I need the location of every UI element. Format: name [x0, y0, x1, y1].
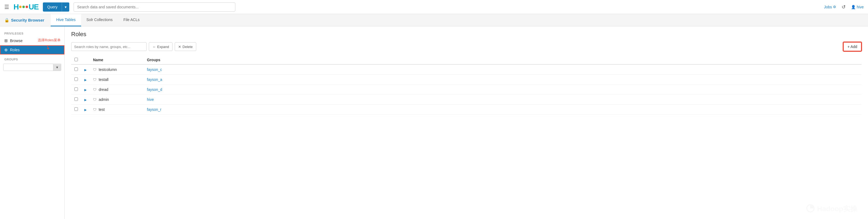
query-button-label[interactable]: Query [43, 2, 62, 11]
nav-right: Jobs ⚙ ↺ 👤 hive [824, 4, 864, 10]
page-title: Roles [71, 31, 862, 38]
user-icon: 👤 [851, 5, 856, 9]
main-area: PRIVILEGES ⊞ Browse 选择Roles菜单 ➘ ⊕ Roles … [0, 26, 868, 219]
sub-nav: 🔒 Security Browser Hive Tables Solr Coll… [0, 14, 868, 26]
roles-label: Roles [10, 48, 20, 52]
tab-hive-tables[interactable]: Hive Tables [51, 14, 81, 26]
delete-button[interactable]: ✕ Delete [175, 42, 196, 51]
role-name-3: admin [99, 97, 109, 102]
jobs-filter-icon: ⚙ [833, 5, 836, 9]
browse-icon: ⊞ [4, 38, 8, 43]
row-checkbox-0[interactable] [74, 67, 78, 71]
add-button[interactable]: + Add [843, 42, 862, 51]
expand-col-header [81, 56, 90, 64]
security-browser-link[interactable]: 🔒 Security Browser [4, 18, 51, 23]
row-expand-arrow-2[interactable]: ▶ [84, 88, 87, 91]
query-button[interactable]: Query ▾ [43, 2, 69, 11]
row-expand-cell: ▶ [81, 95, 90, 105]
row-checkbox-4[interactable] [74, 107, 78, 111]
name-column-header: Name [90, 56, 144, 64]
content-area: Roles ↔ Expand ✕ Delete + Add [65, 26, 868, 219]
groups-dropdown[interactable]: ▼ [3, 64, 61, 71]
user-menu[interactable]: 👤 hive [851, 5, 864, 9]
delete-label: Delete [183, 45, 193, 49]
sidebar-item-browse[interactable]: ⊞ Browse [0, 36, 64, 45]
group-link-4[interactable]: fayson_r [147, 107, 161, 112]
select-all-header [71, 56, 81, 64]
row-expand-arrow-4[interactable]: ▶ [84, 108, 87, 112]
logo-dot3 [26, 6, 28, 8]
sidebar-item-roles[interactable]: ⊕ Roles [0, 45, 64, 55]
group-link-2[interactable]: fayson_d [147, 87, 162, 92]
history-icon[interactable]: ↺ [842, 4, 846, 10]
row-groups-cell: fayson_c [144, 64, 862, 75]
row-expand-cell: ▶ [81, 64, 90, 75]
row-checkbox-cell [71, 95, 81, 105]
role-name-0: testcolumn [99, 67, 117, 72]
row-expand-cell: ▶ [81, 75, 90, 85]
role-icon-1: 🛡 [93, 78, 96, 82]
roles-icon: ⊕ [4, 48, 8, 52]
expand-label: Expand [157, 45, 169, 49]
row-expand-arrow-0[interactable]: ▶ [84, 68, 87, 71]
row-name-cell: 🛡 testcolumn [90, 64, 144, 75]
row-checkbox-1[interactable] [74, 77, 78, 81]
row-groups-cell: fayson_a [144, 75, 862, 85]
add-label: + Add [847, 44, 857, 49]
row-name-cell: 🛡 admin [90, 95, 144, 105]
row-expand-arrow-3[interactable]: ▶ [84, 98, 87, 101]
lock-icon: 🔒 [4, 18, 9, 23]
row-checkbox-cell [71, 85, 81, 95]
tab-solr-collections[interactable]: Solr Collections [81, 14, 118, 26]
role-name-1: testall [99, 77, 108, 82]
role-icon-4: 🛡 [93, 107, 96, 112]
row-checkbox-cell [71, 75, 81, 85]
jobs-button[interactable]: Jobs ⚙ [824, 5, 836, 9]
browse-label: Browse [10, 38, 23, 43]
global-search-input[interactable] [73, 2, 235, 11]
role-icon-0: 🛡 [93, 68, 96, 72]
row-expand-cell: ▶ [81, 85, 90, 95]
table-row: ▶ 🛡 testall fayson_a [71, 75, 862, 85]
logo: H UE [13, 3, 38, 11]
role-name-2: dread [99, 87, 108, 92]
row-checkbox-cell [71, 105, 81, 115]
group-link-0[interactable]: fayson_c [147, 67, 162, 72]
expand-button[interactable]: ↔ Expand [149, 42, 173, 51]
row-groups-cell: hive [144, 95, 862, 105]
role-icon-3: 🛡 [93, 98, 96, 102]
jobs-label: Jobs [824, 5, 832, 9]
delete-icon: ✕ [178, 45, 181, 49]
sidebar: PRIVILEGES ⊞ Browse 选择Roles菜单 ➘ ⊕ Roles … [0, 26, 65, 219]
role-name-4: test [99, 107, 105, 112]
logo-dot1 [19, 6, 22, 8]
tab-file-acls[interactable]: File ACLs [118, 14, 145, 26]
group-link-1[interactable]: fayson_a [147, 77, 162, 82]
user-name: hive [857, 5, 864, 9]
table-row: ▶ 🛡 admin hive [71, 95, 862, 105]
row-expand-cell: ▶ [81, 105, 90, 115]
row-groups-cell: fayson_r [144, 105, 862, 115]
table-row: ▶ 🛡 test fayson_r [71, 105, 862, 115]
query-dropdown-arrow[interactable]: ▾ [62, 2, 69, 11]
row-checkbox-cell [71, 64, 81, 75]
select-all-checkbox[interactable] [74, 58, 78, 61]
hamburger-icon[interactable]: ☰ [4, 4, 9, 10]
row-name-cell: 🛡 test [90, 105, 144, 115]
privileges-label: PRIVILEGES [0, 30, 64, 36]
table-row: ▶ 🛡 testcolumn fayson_c [71, 64, 862, 75]
roles-table: Name Groups ▶ 🛡 testcolumn fayson_c ▶ 🛡 [71, 56, 862, 115]
top-nav: ☰ H UE Query ▾ Jobs ⚙ ↺ 👤 hive [0, 0, 868, 14]
groups-select[interactable] [3, 64, 53, 71]
expand-icon: ↔ [152, 45, 156, 49]
roles-search-input[interactable] [71, 42, 147, 51]
dropdown-arrow-icon[interactable]: ▼ [53, 64, 61, 71]
row-checkbox-2[interactable] [74, 87, 78, 91]
row-checkbox-3[interactable] [74, 97, 78, 101]
row-expand-arrow-1[interactable]: ▶ [84, 78, 87, 82]
logo-dot2 [22, 6, 25, 8]
security-browser-label: Security Browser [11, 18, 44, 22]
groups-label: GROUPS [0, 55, 64, 63]
row-name-cell: 🛡 dread [90, 85, 144, 95]
group-link-3[interactable]: hive [147, 97, 154, 102]
